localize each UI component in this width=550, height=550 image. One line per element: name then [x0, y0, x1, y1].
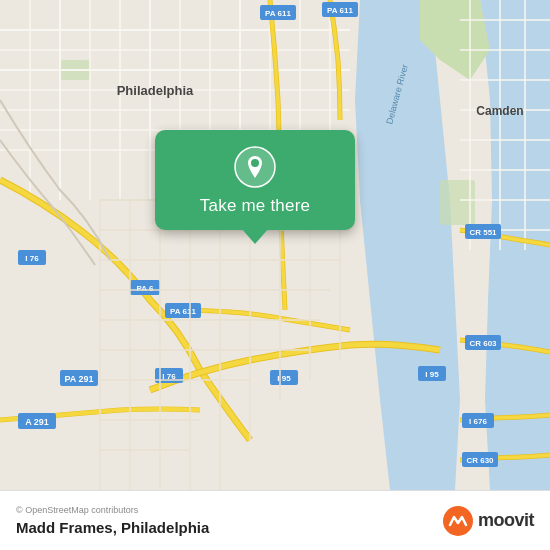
svg-text:PA 6: PA 6: [137, 284, 154, 293]
moovit-logo-icon: [442, 505, 474, 537]
svg-text:A 291: A 291: [25, 417, 49, 427]
map-svg: A 291 PA 611 PA 611 PA 611 I 76 I 76 I 9…: [0, 0, 550, 490]
svg-text:CR 551: CR 551: [469, 228, 497, 237]
attribution-text: © OpenStreetMap contributors: [16, 505, 209, 515]
svg-text:PA 611: PA 611: [327, 6, 353, 15]
svg-text:Camden: Camden: [476, 104, 523, 118]
location-title: Madd Frames, Philadelphia: [16, 519, 209, 536]
location-pin-icon: [234, 146, 276, 188]
svg-text:PA 611: PA 611: [265, 9, 291, 18]
svg-text:PA 291: PA 291: [64, 374, 93, 384]
svg-text:CR 630: CR 630: [466, 456, 494, 465]
svg-text:PA 611: PA 611: [170, 307, 196, 316]
svg-text:CR 603: CR 603: [469, 339, 497, 348]
svg-text:I 95: I 95: [425, 370, 439, 379]
svg-text:Philadelphia: Philadelphia: [117, 83, 194, 98]
svg-point-86: [251, 159, 259, 167]
svg-text:I 676: I 676: [469, 417, 487, 426]
svg-text:I 76: I 76: [25, 254, 39, 263]
moovit-logo: moovit: [442, 505, 534, 537]
bottom-info: © OpenStreetMap contributors Madd Frames…: [16, 505, 209, 536]
moovit-brand-text: moovit: [478, 510, 534, 531]
map-container: A 291 PA 611 PA 611 PA 611 I 76 I 76 I 9…: [0, 0, 550, 490]
map-popup[interactable]: Take me there: [155, 130, 355, 230]
bottom-bar: © OpenStreetMap contributors Madd Frames…: [0, 490, 550, 550]
take-me-there-button[interactable]: Take me there: [200, 196, 310, 216]
